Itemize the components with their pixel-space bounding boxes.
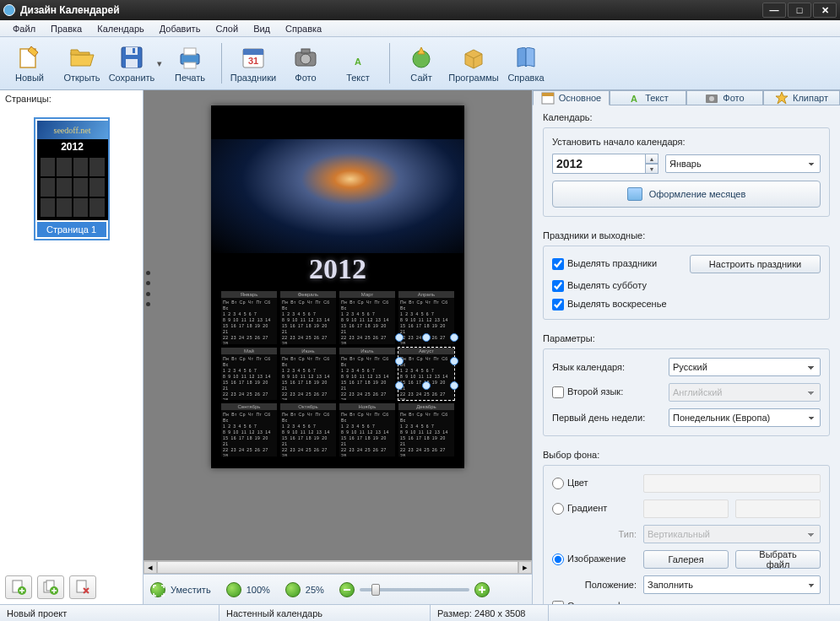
month-cell[interactable]: АвгустПн Вт Ср Чт Пт Сб Вс1 2 3 4 5 6 78… — [398, 348, 454, 401]
second-language-label[interactable]: Второй язык: — [552, 386, 662, 398]
zoom-100-label[interactable]: 100% — [247, 585, 270, 595]
duplicate-page-button[interactable] — [37, 575, 64, 599]
highlight-saturday-label[interactable]: Выделять субботу — [552, 280, 647, 292]
toolbar-site-button[interactable]: Сайт — [395, 40, 447, 87]
scroll-left-button[interactable]: ◂ — [144, 561, 157, 574]
month-cell[interactable]: ИюньПн Вт Ср Чт Пт Сб Вс1 2 3 4 5 6 78 9… — [280, 348, 336, 401]
month-cell[interactable]: МайПн Вт Ср Чт Пт Сб Вс1 2 3 4 5 6 78 9 … — [221, 348, 277, 401]
zoom-25-icon[interactable] — [285, 582, 301, 597]
menu-calendar[interactable]: Календарь — [89, 22, 152, 35]
bg-gradient-radio[interactable] — [552, 503, 564, 515]
configure-holidays-button[interactable]: Настроить праздники — [690, 255, 821, 273]
svg-text:31: 31 — [248, 56, 258, 66]
selection-handle[interactable] — [395, 333, 404, 342]
bg-position-select[interactable]: Заполнить — [643, 575, 821, 594]
zoom-fit-icon[interactable] — [150, 582, 165, 597]
selection-handle[interactable] — [422, 381, 431, 390]
year-down-button[interactable]: ▼ — [645, 164, 658, 174]
year-input[interactable] — [552, 154, 645, 174]
canvas-viewport[interactable]: 2012 ЯнварьПн Вт Ср Чт Пт Сб Вс1 2 3 4 5… — [144, 90, 532, 560]
book-icon — [512, 44, 539, 71]
choose-file-button[interactable]: Выбрать файл — [735, 550, 821, 569]
zoom-25-label[interactable]: 25% — [306, 585, 324, 595]
toolbar-open-button[interactable]: Открыть — [56, 40, 108, 87]
close-button[interactable]: ✕ — [813, 3, 837, 18]
svg-rect-13 — [301, 49, 310, 53]
highlight-saturday-checkbox[interactable] — [552, 280, 564, 292]
scroll-right-button[interactable]: ▸ — [518, 561, 532, 574]
maximize-button[interactable]: □ — [788, 3, 811, 18]
window-title: Дизайн Календарей — [20, 4, 761, 16]
bg-gradient-swatch1 — [643, 500, 729, 518]
zoom-in-button[interactable] — [474, 582, 490, 597]
toolbar-print-button[interactable]: Печать — [164, 40, 216, 87]
toolbar-holidays-button[interactable]: 31 Праздники — [227, 40, 279, 87]
month-cell[interactable]: МартПн Вт Ср Чт Пт Сб Вс1 2 3 4 5 6 78 9… — [339, 291, 395, 344]
zoom-fit-label[interactable]: Уместить — [171, 585, 211, 595]
bg-gradient-label[interactable]: Градиент — [552, 503, 637, 515]
calendar-page[interactable]: 2012 ЯнварьПн Вт Ср Чт Пт Сб Вс1 2 3 4 5… — [211, 105, 464, 468]
bg-image-label[interactable]: Изображение — [552, 554, 637, 565]
month-cell[interactable]: ОктябрьПн Вт Ср Чт Пт Сб Вс1 2 3 4 5 6 7… — [280, 403, 336, 456]
selection-handle[interactable] — [422, 333, 431, 342]
language-select[interactable]: Русский — [669, 358, 821, 376]
selection-handle[interactable] — [450, 357, 458, 365]
month-cell[interactable]: СентябрьПн Вт Ср Чт Пт Сб Вс1 2 3 4 5 6 … — [221, 403, 277, 456]
toolbar-help-button[interactable]: Справка — [500, 40, 552, 87]
month-cell[interactable]: НоябрьПн Вт Ср Чт Пт Сб Вс1 2 3 4 5 6 78… — [339, 403, 395, 456]
toolbar-programs-button[interactable]: Программы — [447, 40, 500, 87]
toolbar-photo-button[interactable]: Фото — [279, 40, 332, 87]
menu-layer[interactable]: Слой — [208, 22, 246, 35]
month-cell[interactable]: ИюльПн Вт Ср Чт Пт Сб Вс1 2 3 4 5 6 78 9… — [339, 348, 395, 401]
selection-handle[interactable] — [450, 333, 458, 342]
menu-help[interactable]: Справка — [278, 22, 329, 35]
svg-rect-3 — [126, 59, 138, 68]
selection-handle[interactable] — [450, 381, 458, 390]
zoom-slider-knob[interactable] — [371, 584, 380, 596]
menu-view[interactable]: Вид — [246, 22, 278, 35]
toolbar-text-button[interactable]: A Текст — [332, 40, 384, 87]
month-cell[interactable]: ЯнварьПн Вт Ср Чт Пт Сб Вс1 2 3 4 5 6 78… — [221, 291, 277, 344]
selection-handle[interactable] — [395, 357, 404, 365]
bg-color-radio[interactable] — [552, 478, 564, 489]
text-icon: A — [344, 44, 371, 71]
tab-clipart[interactable]: Клипарт — [763, 90, 840, 105]
highlight-holidays-label[interactable]: Выделять праздники — [552, 258, 657, 270]
horizontal-scrollbar[interactable]: ◂ ▸ — [144, 560, 532, 574]
highlight-sunday-label[interactable]: Выделять воскресенье — [552, 299, 667, 310]
bg-image-radio[interactable] — [552, 554, 564, 565]
toolbar-save-button[interactable]: Сохранить — [108, 40, 155, 87]
svg-rect-4 — [133, 48, 135, 53]
month-select[interactable]: Январь — [665, 154, 821, 173]
year-up-button[interactable]: ▲ — [645, 154, 658, 164]
delete-page-button[interactable] — [69, 575, 96, 599]
status-type: Настенный календарь — [219, 605, 431, 621]
highlight-holidays-checkbox[interactable] — [552, 258, 564, 270]
zoom-100-icon[interactable] — [226, 582, 241, 597]
tab-main[interactable]: Основное — [533, 90, 610, 105]
first-day-select[interactable]: Понедельник (Европа) — [669, 408, 821, 427]
gallery-button[interactable]: Галерея — [643, 550, 729, 569]
app-icon — [3, 4, 15, 16]
toolbar-new-button[interactable]: Новый — [3, 40, 56, 87]
month-cell[interactable]: ДекабрьПн Вт Ср Чт Пт Сб Вс1 2 3 4 5 6 7… — [398, 403, 454, 456]
highlight-sunday-checkbox[interactable] — [552, 299, 564, 310]
save-dropdown-arrow[interactable]: ▾ — [157, 58, 164, 69]
month-cell[interactable]: ФевральПн Вт Ср Чт Пт Сб Вс1 2 3 4 5 6 7… — [280, 291, 336, 344]
bg-color-label[interactable]: Цвет — [552, 478, 637, 489]
tab-photo[interactable]: Фото — [686, 90, 763, 105]
tab-text[interactable]: A Текст — [610, 90, 686, 105]
menu-edit[interactable]: Правка — [43, 22, 89, 35]
bg-gradient-swatch2 — [735, 500, 821, 518]
zoom-slider[interactable] — [360, 588, 469, 591]
zoom-out-button[interactable] — [339, 582, 355, 597]
selection-handle[interactable] — [395, 381, 404, 390]
minimize-button[interactable]: — — [762, 3, 786, 18]
save-icon — [118, 44, 145, 71]
page-thumbnail[interactable]: seedoff.net 2012 Страница 1 — [34, 117, 110, 240]
second-language-checkbox[interactable] — [552, 386, 564, 398]
menu-add[interactable]: Добавить — [152, 22, 209, 35]
menu-file[interactable]: Файл — [5, 22, 43, 35]
add-page-button[interactable] — [5, 575, 32, 599]
month-design-button[interactable]: Оформление месяцев — [552, 181, 821, 208]
